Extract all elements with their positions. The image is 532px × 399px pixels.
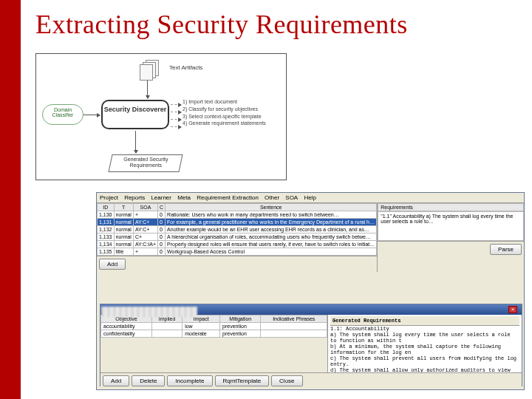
tool-window: Project Reports Learner Meta Requirement… [96,192,525,390]
col-soa[interactable]: SOA [133,204,157,211]
generated-req-text: 1.1: Accountability a) The system shall … [330,326,519,372]
dashed-arrow-icon [171,126,181,127]
col-phrases[interactable]: Indicative Phrases [261,316,327,323]
table-row: 1,135title+0Workgroup-Based Access Contr… [98,248,377,256]
objectives-table[interactable]: Objective Implied Impact Mitigation Indi… [100,315,327,338]
menu-help[interactable]: Help [304,194,316,201]
dashed-arrow-icon [171,119,181,120]
requirements-cell: "1.1" Accountability a) The system shall… [378,211,524,241]
generated-req-header: Generated Requirements [330,316,519,326]
text-artifacts-label: Text Artifacts [169,64,202,71]
steps-list: 1) Import text document 2) Classify for … [183,98,266,127]
table-row: 1,134normalAY:C:IA+0Properly designed ro… [98,241,377,248]
menu-reports[interactable]: Reports [124,194,145,201]
process-diagram: Text Artifacts Security Discoverer Domai… [35,53,287,180]
menu-meta[interactable]: Meta [177,194,191,201]
parse-button[interactable]: Parse [490,244,522,255]
dlg-rqmt-template-button[interactable]: RqmtTemplate [215,375,270,386]
table-row: accountabilitylowprevention [101,323,327,330]
table-row: 1,130normal+0Rationale: Users who work i… [98,211,377,219]
menu-soa[interactable]: SOA [285,194,298,201]
documents-icon [140,60,162,79]
table-row: confidentialitymoderateprevention [101,330,327,338]
col-t[interactable]: T [114,204,133,211]
generated-requirements-node: Generated Security Requirements [108,154,183,172]
col-c[interactable]: C [158,204,166,211]
arrow-down-icon [147,81,148,98]
dlg-close-button[interactable]: Close [271,375,302,386]
menu-learner[interactable]: Learner [151,194,171,201]
table-row: 1,132normalAY:C+0Another example would b… [98,226,377,233]
add-button[interactable]: Add [99,259,126,270]
col-mitigation[interactable]: Mitigation [220,316,261,323]
menu-req-extraction[interactable]: Requirement Extraction [197,194,259,201]
table-row-selected: 1,131normalAY:C+0For example, a general … [98,219,377,226]
sentences-table[interactable]: ID T SOA C Sentence 1,130normal+0Rationa… [97,203,377,256]
security-discoverer-node: Security Discoverer [101,100,169,129]
arrow-down-icon [135,131,136,153]
arrow-right-icon [83,115,100,115]
dlg-add-button[interactable]: Add [103,375,129,386]
col-id[interactable]: ID [98,204,115,211]
col-requirements[interactable]: Requirements [378,203,524,211]
dlg-incomplete-button[interactable]: Incomplete [167,375,212,386]
close-icon[interactable]: × [508,306,517,313]
table-row: 1,133normalC+0A hierarchical organisatio… [98,233,377,241]
accent-bar [0,0,21,399]
redacted-title [101,307,197,317]
page-title: Extracting Security Requirements [35,9,408,40]
dlg-delete-button[interactable]: Delete [132,375,165,386]
dashed-arrow-icon [171,112,181,112]
menu-project[interactable]: Project [100,194,118,201]
menu-other[interactable]: Other [265,194,279,201]
menu-bar[interactable]: Project Reports Learner Meta Requirement… [97,193,524,203]
dashed-arrow-icon [171,104,181,105]
col-sentence[interactable]: Sentence [166,204,377,211]
domain-classifier-node: Domain Classifier [42,104,83,125]
